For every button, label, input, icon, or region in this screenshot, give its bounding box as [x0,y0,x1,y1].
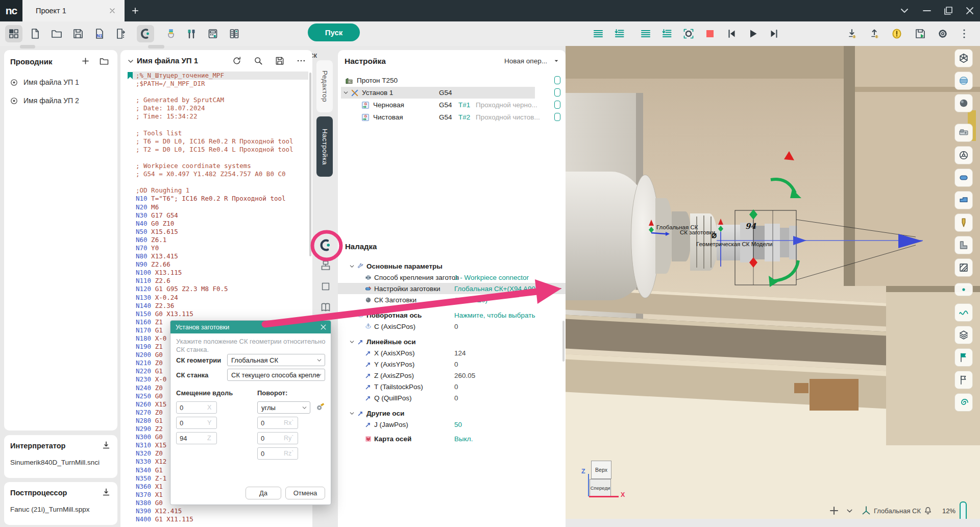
program-text-button[interactable] [637,25,654,42]
expand-chevron-icon[interactable] [349,339,355,345]
gcode-line[interactable]: N120 G1 G95 Z2.3 M8 F0.5 [133,285,308,293]
gcode-line[interactable]: ; Workpiece coordinate systems [133,162,308,170]
visibility-eye-icon[interactable] [9,78,19,87]
gcode-line[interactable] [133,121,308,129]
explorer-item-np-file-2[interactable]: Имя файла УП 2 [9,95,79,106]
dark-sphere-button[interactable] [954,94,973,112]
naladka-value[interactable]: Нажмите, чтобы выбрать [454,312,535,319]
listing-button[interactable] [590,25,607,42]
explorer-add-button[interactable] [81,56,90,66]
operation-checkbox[interactable] [554,101,560,109]
selection-frame-button[interactable] [611,25,628,42]
window-menu-chevron-icon[interactable] [898,5,911,17]
gcode-line[interactable]: ; Time: 15:34:22 [133,112,308,121]
settings-scrollbar[interactable] [562,321,565,362]
gcode-line[interactable] [133,88,308,96]
gcode-line[interactable]: ; Tools list [133,129,308,137]
naladka-row[interactable]: Способ крепления заготов1 - Workpiece co… [338,272,566,283]
gcode-line[interactable]: ;OD Roughing 1 [133,186,308,195]
follow-line-button[interactable] [658,25,676,42]
import-warning-button[interactable]: ! [843,25,861,42]
cs-geometry-select[interactable]: Глобальная СК [227,354,325,366]
view-cube-top-face[interactable]: Верх [591,461,611,479]
viewport-3d[interactable]: Глобальная СК СК заготовки Геометрическа… [566,46,980,519]
new-file-button[interactable] [27,25,44,42]
project-tab[interactable]: Проект 1 [22,0,125,21]
show-tool-button[interactable] [954,213,973,232]
probe-magnet-icon[interactable] [318,238,333,252]
manual-book-icon[interactable] [320,301,332,314]
export-warning-button[interactable]: ! [866,25,883,42]
naladka-row[interactable]: Поворотная осьНажмите, чтобы выбрать [338,309,566,321]
gcode-line[interactable]: N400 G1 X11.115 [133,515,308,523]
new-operation-dropdown[interactable]: Новая опер... [504,57,547,65]
dialog-ok-button[interactable]: Да [246,487,281,499]
machining-settings-button[interactable] [680,25,697,42]
expand-chevron-icon[interactable] [349,263,355,270]
gcode-line[interactable]: N110 Z2.6 [133,277,308,285]
gcode-line[interactable]: N150 G0 X13.115 [133,310,308,318]
machine-row[interactable]: Протон T250 [338,75,566,86]
gcode-line[interactable]: N90 Z2.66 [133,260,308,269]
flag-filled-button[interactable] [954,348,973,367]
tab-settings[interactable]: Настройка [316,116,333,177]
machine-checkbox[interactable] [554,76,560,84]
naladka-row[interactable]: J (JawPos)50 [338,419,566,430]
warnings-button[interactable] [888,25,905,42]
show-chuck-button[interactable] [954,146,973,164]
zoom-scrollbar-handle[interactable] [960,501,967,519]
postprocessor-download-icon[interactable] [101,487,111,497]
step-forward-button[interactable] [766,25,783,42]
settings-gear-button[interactable] [934,25,951,42]
naladka-value[interactable]: 0 [454,383,458,391]
gcode-line[interactable]: N30 G17 G54 [133,211,308,220]
expand-chevron-icon[interactable] [349,410,355,417]
more-menu-button[interactable] [955,25,973,42]
calculator-button[interactable] [204,25,222,42]
expand-chevron-icon[interactable] [349,312,355,319]
tab-close-icon[interactable] [108,7,116,15]
naladka-row[interactable]: Z (AxisZPos)260.05 [338,370,566,381]
gcode-line[interactable]: N50 X15.615 [133,228,308,236]
flag-outline-button[interactable] [954,371,973,389]
rotation-tool-gear-icon[interactable] [314,401,326,413]
gcode-line[interactable]: N130 X-0.24 [133,294,308,302]
zoom-level[interactable]: 12% [942,507,955,515]
visibility-eye-icon[interactable] [9,96,19,106]
naladka-value[interactable]: 124 [454,349,466,357]
apps-grid-button[interactable] [5,25,22,42]
dialog-cancel-button[interactable]: Отмена [285,487,325,499]
naladka-row[interactable]: Настройки заготовкиГлобальная СК+(X94 A9… [338,283,566,294]
naladka-row[interactable]: Q (QuillPos)0 [338,392,566,403]
save-run-button[interactable] [912,25,929,42]
shaded-sphere-button[interactable] [954,71,973,90]
operation-row-roughing[interactable]: G Черновая G54 T#1 Проходной черно... [338,99,566,111]
gcode-line[interactable]: ; Generated by SprutCAM [133,96,308,104]
export-file-button[interactable] [112,25,130,42]
naladka-row[interactable]: C (AxisCPos)0 [338,321,566,332]
gcode-line[interactable]: ;%_N_Штуцер_точение_MPF [133,71,308,80]
gcode-line[interactable]: N140 Z2.36 [133,302,308,310]
gcode-line[interactable]: ; G54 = X0.497 Y1.482 Z254.757 A0 B0 C0 [133,170,308,178]
gcode-line[interactable]: N100 X13.115 [133,269,308,277]
stop-button[interactable] [701,25,719,42]
gcode-line[interactable]: N10 T="T6"; IC16 Re0.2 R Проходной tool [133,195,308,203]
naladka-row[interactable]: Линейные оси [338,336,566,347]
play-button[interactable] [744,25,762,42]
start-button[interactable]: Пуск [308,23,360,41]
setup-row[interactable]: Установ 1 G54 [338,87,566,99]
refresh-icon[interactable] [232,56,242,66]
view-cube-mode-button[interactable] [954,49,973,67]
current-point-button[interactable] [954,283,973,296]
more-options-button[interactable] [554,284,562,293]
gcode-line[interactable]: N80 X13.415 [133,252,308,260]
naladka-row[interactable]: Основные параметры [338,260,566,272]
naladka-value[interactable]: (X0 Y0 Z0) [454,296,487,304]
gcode-line[interactable]: ; T2 = D0 L0, IC15 Re0.4 L Проходной too… [133,146,308,154]
cs-machine-select[interactable]: СК текущего способа крепле [227,369,325,381]
viewport-chevron-icon[interactable] [845,507,854,515]
layers-button[interactable] [954,326,973,344]
gcode-line[interactable] [133,154,308,162]
show-fixture-button[interactable] [954,258,973,277]
rotation-mode-select[interactable]: углы [257,401,310,414]
